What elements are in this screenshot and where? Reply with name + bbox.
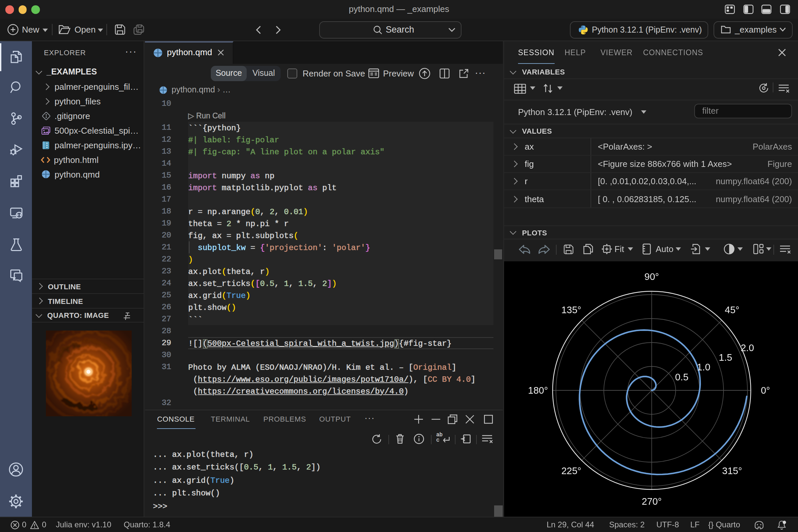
svg-text:1.5: 1.5	[719, 352, 732, 362]
svg-text:180°: 180°	[528, 385, 548, 395]
svg-text:90°: 90°	[644, 271, 659, 282]
svg-text:0.5: 0.5	[675, 372, 688, 382]
svg-text:45°: 45°	[725, 304, 740, 315]
svg-text:2.0: 2.0	[741, 342, 754, 353]
svg-text:135°: 135°	[561, 304, 581, 315]
svg-text:315°: 315°	[722, 465, 742, 476]
svg-text:1.0: 1.0	[697, 361, 710, 372]
svg-text:225°: 225°	[561, 465, 581, 476]
svg-text:270°: 270°	[642, 496, 662, 507]
svg-text:0°: 0°	[761, 385, 770, 395]
